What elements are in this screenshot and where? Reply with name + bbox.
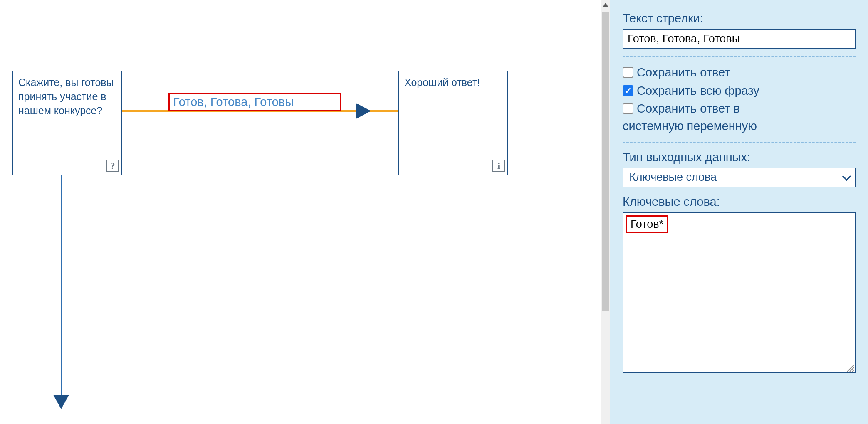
arrow-label[interactable]: Готов, Готова, Готовы (168, 93, 341, 111)
node-text: Хороший ответ! (404, 76, 502, 90)
app-root: Скажите, вы готовы принять участие в наш… (0, 0, 868, 424)
scroll-up-icon[interactable] (601, 0, 610, 10)
arrow-text-value: Готов, Готова, Готовы (628, 32, 740, 45)
arrow-text-label: Текст стрелки: (623, 12, 856, 25)
keywords-label: Ключевые слова: (623, 195, 856, 209)
divider (623, 142, 856, 143)
output-type-value: Ключевые слова (629, 171, 717, 184)
keyword-chip[interactable]: Готов* (626, 215, 668, 233)
flow-node-response[interactable]: Хороший ответ! i (398, 71, 508, 175)
properties-panel: Текст стрелки: Готов, Готова, Готовы Сох… (610, 0, 868, 424)
arrow-text-input[interactable]: Готов, Готова, Готовы (623, 29, 856, 49)
divider (623, 56, 856, 57)
flow-canvas[interactable]: Скажите, вы готовы принять участие в наш… (0, 0, 601, 424)
save-sysvar-label-line1: Сохранить ответ в (637, 101, 740, 117)
save-answer-row[interactable]: Сохранить ответ (623, 65, 856, 81)
chevron-down-icon (842, 172, 851, 181)
output-type-label: Тип выходных данных: (623, 150, 856, 164)
arrow-horizontal-head-icon (356, 103, 371, 119)
checkbox-save-phrase[interactable] (623, 85, 633, 96)
save-phrase-row[interactable]: Сохранить всю фразу (623, 83, 856, 99)
checkbox-save-answer[interactable] (623, 67, 633, 78)
vertical-scrollbar[interactable] (601, 0, 610, 424)
save-sysvar-label-line2: системную переменную (623, 118, 856, 134)
scroll-thumb[interactable] (602, 12, 609, 311)
resize-handle-icon[interactable] (846, 363, 854, 372)
save-answer-label: Сохранить ответ (637, 65, 730, 81)
arrow-vertical-head-icon (53, 395, 69, 409)
arrow-vertical[interactable] (61, 175, 62, 396)
save-phrase-label: Сохранить всю фразу (637, 83, 759, 99)
output-type-select[interactable]: Ключевые слова (623, 168, 856, 187)
keywords-textarea[interactable]: Готов* (623, 212, 856, 373)
svg-line-2 (852, 370, 854, 372)
question-icon[interactable]: ? (106, 160, 119, 172)
save-sysvar-row[interactable]: Сохранить ответ в (623, 101, 856, 117)
node-text: Скажите, вы готовы принять участие в наш… (18, 76, 116, 118)
checkbox-save-sysvar[interactable] (623, 103, 633, 114)
flow-node-question[interactable]: Скажите, вы готовы принять участие в наш… (12, 71, 122, 175)
info-icon[interactable]: i (492, 160, 505, 172)
